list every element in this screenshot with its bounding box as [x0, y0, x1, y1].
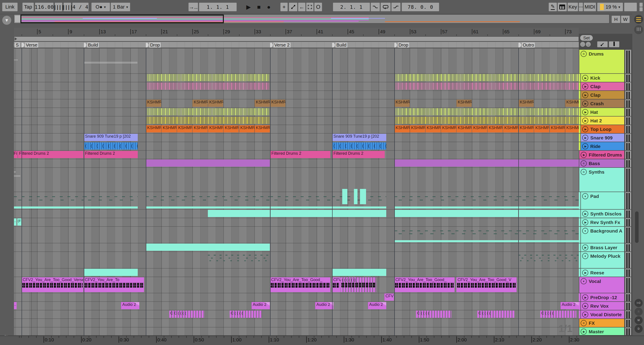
play-icon[interactable]: ▶ [582, 244, 588, 250]
clip-disclos[interactable] [518, 210, 578, 217]
clip-revfx[interactable]: .... [14, 218, 16, 226]
group-icon[interactable]: ≡ [581, 160, 587, 166]
computer-midi-keyboard-button[interactable] [558, 3, 567, 11]
clip-bga[interactable] [394, 227, 518, 238]
track-header-ride[interactable]: ▶Ride [581, 142, 624, 150]
clip-kshmr[interactable]: KSHMR [254, 100, 270, 107]
play-icon[interactable]: ▶ [582, 303, 588, 309]
track-header-filtered[interactable]: ▶Filtered Drums [579, 151, 624, 159]
track-row-fx[interactable] [14, 319, 579, 327]
clip-pad[interactable] [394, 192, 518, 205]
play-icon[interactable]: ▶ [582, 126, 588, 132]
key-map-button[interactable]: Key [568, 3, 578, 11]
clip-kshmr[interactable]: KSHMR [410, 125, 425, 132]
re-enable-automation-button[interactable]: ← [298, 3, 305, 11]
track-header-hat2[interactable]: ▶Hat 2 [581, 117, 624, 125]
clip-snare-909-tune19-p-202[interactable]: Snare 909 Tune19 p [202 [84, 134, 138, 141]
link-button[interactable]: Link [2, 3, 18, 11]
arrangement-overview[interactable] [14, 15, 610, 23]
track-row-synths[interactable] [14, 168, 579, 192]
clip-kshmr[interactable]: KSHMR [472, 125, 487, 132]
play-icon[interactable]: ▶ [581, 152, 587, 158]
clip-cfv2-you-are-too-good[interactable]: CFV2_You_Are_Too_Good_ [270, 277, 330, 292]
loop-region-button[interactable] [381, 3, 390, 11]
show-mixer-toggle[interactable]: M [634, 316, 643, 324]
track-row-revfx[interactable] [14, 218, 579, 227]
group-icon[interactable]: ≡ [581, 169, 587, 175]
locator-drop[interactable]: Drop [394, 42, 409, 48]
time-ruler[interactable]: 0:100:200:300:400:501:001:101:201:301:40… [0, 335, 644, 345]
track-header-pad[interactable]: ▼Pad [581, 192, 624, 209]
loop-switch-button[interactable]: O [314, 3, 322, 11]
arrangement-grid[interactable]: KSHMRKSHMRKSHMRKSHMRKSHMRKSHMRKSHMRKSHMR… [14, 48, 579, 335]
chevron-down-icon[interactable]: ▼ [582, 193, 588, 199]
play-icon[interactable]: ▶ [582, 143, 588, 149]
play-icon[interactable]: ▶ [582, 75, 588, 81]
clip-kshmr[interactable]: KSHMR [518, 125, 534, 132]
track-header-synths[interactable]: ≡Synths [579, 168, 624, 192]
clip-filtered-drums-2[interactable]: Filtered Drums 2 [332, 151, 385, 158]
lock-envelopes-button[interactable] [609, 41, 619, 47]
punch-out-button[interactable] [392, 3, 400, 11]
clip-kshmr[interactable]: KSHMR [534, 125, 549, 132]
locator-s[interactable]: S [14, 42, 20, 48]
clip-pad[interactable] [342, 189, 348, 204]
track-row-revvox[interactable] [14, 302, 579, 310]
play-icon[interactable]: ▶ [582, 92, 588, 98]
clip-vocal[interactable]: ( ( ( ( ( (( [341, 277, 376, 292]
clip-pad[interactable] [360, 189, 366, 204]
clip-bga[interactable] [518, 227, 578, 238]
track-header-brass[interactable]: ▶Brass Layer [581, 243, 624, 251]
overview-view-rectangle[interactable] [20, 15, 224, 23]
clip-kshmr[interactable]: KSHMR [456, 100, 472, 107]
loop-start-display[interactable]: 2. 1. 1 [333, 3, 370, 11]
clip-snare-909-tune19-p-202[interactable]: Snare 909 Tune19 p [202 [332, 134, 386, 141]
track-row-crash[interactable] [14, 99, 579, 108]
clip-cfv2-you-are-too-good-v[interactable]: CFV2_You_Are_Too_Good_V [456, 277, 516, 292]
clip-c[interactable]: C ( ( ( ( [477, 310, 514, 318]
record-button[interactable]: ● [264, 3, 273, 11]
tempo-display[interactable]: 116.00 [35, 3, 54, 11]
clip-kshmr[interactable]: KSHMR [146, 125, 161, 132]
play-icon[interactable]: ▶ [582, 211, 588, 217]
group-icon[interactable]: ≡ [581, 320, 587, 326]
clip-revvox[interactable]: .... [14, 302, 17, 309]
clip-pad[interactable] [146, 192, 270, 205]
track-header-hat[interactable]: ▶Hat [581, 108, 624, 116]
clip-c[interactable]: C ( ( ( ( [416, 310, 452, 318]
clip-reese[interactable] [332, 269, 386, 276]
track-row-clap2[interactable] [14, 91, 579, 99]
play-icon[interactable]: ▶ [582, 109, 588, 115]
clip-clap[interactable] [394, 83, 579, 90]
clip-pad[interactable] [270, 206, 386, 208]
clip-bga[interactable] [518, 240, 578, 242]
clip-pad[interactable] [84, 192, 138, 205]
track-header-drums[interactable]: ≡Drums [579, 50, 624, 73]
clip-synths[interactable] [14, 175, 21, 177]
track-header-bass[interactable]: ≡Bass [579, 159, 624, 167]
clip-audio-2[interactable]: Audio 2 [315, 302, 334, 309]
clip-bga[interactable] [394, 240, 518, 242]
track-header-fx[interactable]: ≡FX [579, 319, 624, 327]
clip-kshmr[interactable]: KSHMR [394, 100, 410, 107]
clip-kshmr[interactable]: KSHMR [177, 125, 192, 132]
nudge-up-button[interactable]: |||| [64, 3, 71, 11]
clip-pad[interactable] [332, 192, 386, 205]
track-row-brass[interactable] [14, 243, 579, 252]
clip-disclos[interactable] [208, 210, 270, 217]
track-header-bga[interactable]: ▼Background A [581, 227, 624, 243]
follow-button[interactable]: →‥ [188, 3, 198, 11]
clip-cfv2-you-are-too-good-verse-full-110bpm[interactable]: CFV2_You_Are_Too_Good_Verse_Full_110BPM [22, 277, 83, 292]
automation-arm-button[interactable] [289, 3, 297, 11]
clip-cfv2-you-are-to[interactable]: CFV2_You_Are_To [84, 277, 144, 292]
quantization-menu[interactable]: 1 Bar [111, 3, 130, 11]
clip-bass[interactable] [146, 159, 270, 167]
track-header-disclos[interactable]: ▶Synth Disclos [581, 210, 624, 218]
play-icon[interactable]: ▶ [582, 311, 588, 317]
play-icon[interactable]: ▶ [582, 135, 588, 141]
track-header-master[interactable]: ▶Master [579, 327, 624, 335]
play-icon[interactable]: ▶ [581, 328, 587, 335]
clip-kshmr[interactable]: KSHMR [518, 100, 534, 107]
clip-audio-2[interactable]: Audio 2 [252, 302, 270, 309]
clip-ride[interactable]: ( ( ( ( ( ( ( ( ( ( [84, 142, 138, 150]
